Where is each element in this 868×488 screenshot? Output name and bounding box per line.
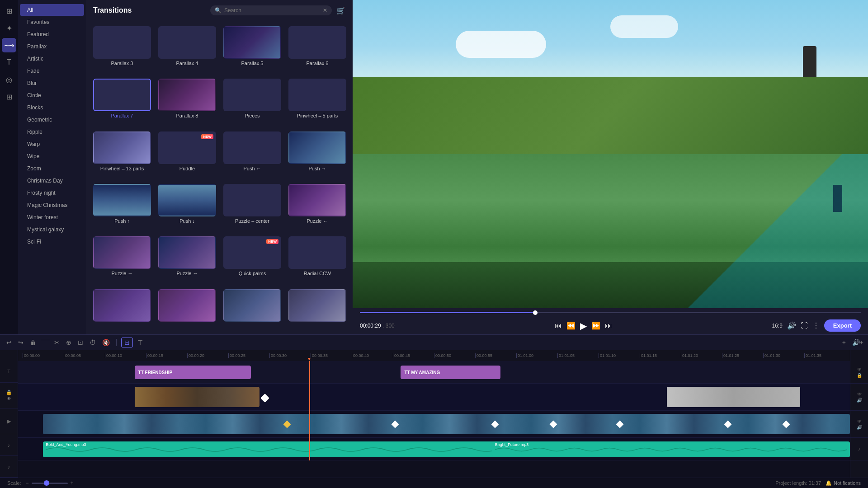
add-audio-btn[interactable]: 🔊+ xyxy=(852,339,863,346)
crop-btn[interactable]: ⊡ xyxy=(76,338,85,347)
transition-pinwheel13[interactable]: Pinwheel – 13 parts xyxy=(91,130,153,178)
text-icon-btn[interactable]: T xyxy=(2,55,16,70)
category-item-wipe[interactable]: Wipe xyxy=(20,150,84,162)
add-media-btn[interactable]: + xyxy=(842,339,846,346)
transition-pinwheel5[interactable]: Pinwheel – 5 parts xyxy=(287,77,348,126)
transition-more-3[interactable] xyxy=(222,287,283,331)
category-item-geometric[interactable]: Geometric xyxy=(20,114,84,126)
transition-parallax8[interactable]: Parallax 8 xyxy=(156,77,218,126)
speed-btn[interactable]: ⏱ xyxy=(88,338,98,347)
transitions-icon-btn[interactable]: ⟿ xyxy=(2,38,16,52)
category-item-christmas-day[interactable]: Christmas Day xyxy=(20,175,84,187)
category-item-favorites[interactable]: Favorites xyxy=(20,16,84,28)
transition-push-down[interactable]: Push ↓ xyxy=(156,182,218,231)
scale-zoom-out-icon[interactable]: − xyxy=(26,480,29,486)
category-item-artistic[interactable]: Artistic xyxy=(20,53,84,65)
fullscreen-btn[interactable]: ⛶ xyxy=(801,322,808,330)
category-item-ripple[interactable]: Ripple xyxy=(20,126,84,138)
transition-more-2[interactable] xyxy=(156,287,218,331)
notifications-btn[interactable]: 🔔 Notifications xyxy=(826,480,861,486)
category-item-parallax[interactable]: Parallax xyxy=(20,41,84,52)
media-icon-btn[interactable]: ⊞ xyxy=(2,4,16,18)
progress-handle[interactable] xyxy=(533,310,538,315)
category-item-circle[interactable]: Circle xyxy=(20,89,84,101)
transition-parallax5-thumb xyxy=(223,26,281,59)
redo-btn[interactable]: ↪ xyxy=(16,338,25,347)
transition-parallax7[interactable]: Parallax 7 xyxy=(91,77,153,126)
more-options-btn[interactable]: ⋮ xyxy=(812,321,820,330)
cut-btn[interactable]: ✂ xyxy=(52,338,61,347)
category-item-featured[interactable]: Featured xyxy=(20,28,84,40)
transition-puddle[interactable]: NEW Puddle xyxy=(156,130,218,178)
scale-slider[interactable] xyxy=(32,483,68,484)
audio-clip-2[interactable]: Bright_Future.mp3 xyxy=(492,441,850,457)
transitions-search-box[interactable]: 🔍 ✕ xyxy=(210,5,332,15)
volume-btn[interactable]: 🔊 xyxy=(787,321,796,330)
transition-push-right[interactable]: Push → xyxy=(287,130,348,178)
eye-icon-right[interactable]: 👁 xyxy=(857,367,862,372)
undo-btn[interactable]: ↩ xyxy=(5,338,14,347)
lock-icon-right[interactable]: 🔒 xyxy=(857,373,862,378)
category-item-frosty-night[interactable]: Frosty night xyxy=(20,187,84,199)
transition-puzzle-right[interactable]: Puzzle → xyxy=(91,235,153,283)
transition-puzzle-center[interactable]: Puzzle – center xyxy=(222,182,283,231)
text-clip-friendship[interactable]: TT FRIENDSHIP xyxy=(135,366,251,379)
search-input[interactable] xyxy=(224,7,320,14)
transition-puzzle-left[interactable]: Puzzle ← xyxy=(287,182,348,231)
elements-icon-btn[interactable]: ⊞ xyxy=(2,89,16,104)
transition-more-4[interactable] xyxy=(287,287,348,331)
vol-icon-right[interactable]: 🔊 xyxy=(857,398,862,403)
playhead[interactable] xyxy=(309,361,310,460)
effects-icon-btn[interactable]: ✦ xyxy=(2,21,16,35)
split-btn[interactable]: ⊟ xyxy=(121,338,133,347)
aspect-ratio[interactable]: 16:9 xyxy=(772,323,782,329)
delete-btn[interactable]: 🗑 xyxy=(28,338,38,347)
close-search-icon[interactable]: ✕ xyxy=(323,7,327,14)
eye-icon-3-right[interactable]: 👁 xyxy=(857,419,862,424)
progress-bar[interactable] xyxy=(360,312,861,313)
vol-icon-2-right[interactable]: 🔊 xyxy=(857,425,862,430)
audio-clip-1[interactable]: Bold_And_Young.mp3 xyxy=(43,441,500,457)
transition-push-up[interactable]: Push ↑ xyxy=(91,182,153,231)
text-clip-my-amazing[interactable]: TT MY AMAZING xyxy=(401,366,500,379)
audio-ctrl-icon-right[interactable]: ♪ xyxy=(858,446,860,451)
transition-puzzle-right-label: Puzzle → xyxy=(111,271,132,276)
skip-to-end-btn[interactable]: ⏭ xyxy=(605,322,612,330)
category-item-magic-christmas[interactable]: Magic Christmas xyxy=(20,199,84,211)
progress-fill xyxy=(360,312,535,313)
play-pause-btn[interactable]: ▶ xyxy=(580,320,587,331)
transition-pieces[interactable]: Pieces xyxy=(222,77,283,126)
transition-parallax6[interactable]: Parallax 6 xyxy=(287,24,348,73)
transition-parallax4[interactable]: Parallax 4 xyxy=(156,24,218,73)
category-item-warp[interactable]: Warp xyxy=(20,138,84,150)
transition-radial-ccw[interactable]: Radial CCW xyxy=(287,235,348,283)
merge-btn[interactable]: ⊤ xyxy=(136,338,145,347)
category-item-winter-forest[interactable]: Winter forest xyxy=(20,211,84,223)
category-item-zoom[interactable]: Zoom xyxy=(20,163,84,174)
copy-btn[interactable]: ⊕ xyxy=(64,338,73,347)
category-item-fade[interactable]: Fade xyxy=(20,65,84,77)
export-button[interactable]: Export xyxy=(824,319,861,332)
scale-zoom-in-icon[interactable]: + xyxy=(71,480,74,486)
category-item-mystical-galaxy[interactable]: Mystical galaxy xyxy=(20,224,84,235)
skip-to-start-btn[interactable]: ⏮ xyxy=(555,322,562,330)
step-forward-btn[interactable]: ⏩ xyxy=(591,321,600,330)
category-item-all[interactable]: All xyxy=(20,4,84,16)
overlays-icon-btn[interactable]: ◎ xyxy=(2,72,16,87)
category-item-sci-fi[interactable]: Sci-Fi xyxy=(20,236,84,248)
category-item-blur[interactable]: Blur xyxy=(20,77,84,89)
transition-more-1[interactable] xyxy=(91,287,153,331)
video-clip-top-right[interactable] xyxy=(667,387,800,407)
eye-icon-2-right[interactable]: 👁 xyxy=(857,392,862,397)
video-clip-top[interactable] xyxy=(135,387,259,407)
transition-parallax3[interactable]: Parallax 3 xyxy=(91,24,153,73)
transition-puzzle-sym[interactable]: Puzzle ↔ xyxy=(156,235,218,283)
transition-push-left[interactable]: Push ← xyxy=(222,130,283,178)
detach-btn[interactable]: 🔇 xyxy=(100,338,112,347)
cart-icon[interactable]: 🛒 xyxy=(336,6,345,15)
step-back-btn[interactable]: ⏪ xyxy=(566,321,576,330)
timeline-content: T 🔒 👁 ▶ ♪ ♪ 00:00:00 00:00:05 00:00:10 xyxy=(0,350,868,478)
transition-parallax5[interactable]: Parallax 5 xyxy=(222,24,283,73)
category-item-blocks[interactable]: Blocks xyxy=(20,102,84,113)
transition-quick-palms[interactable]: NEW Quick palms xyxy=(222,235,283,283)
